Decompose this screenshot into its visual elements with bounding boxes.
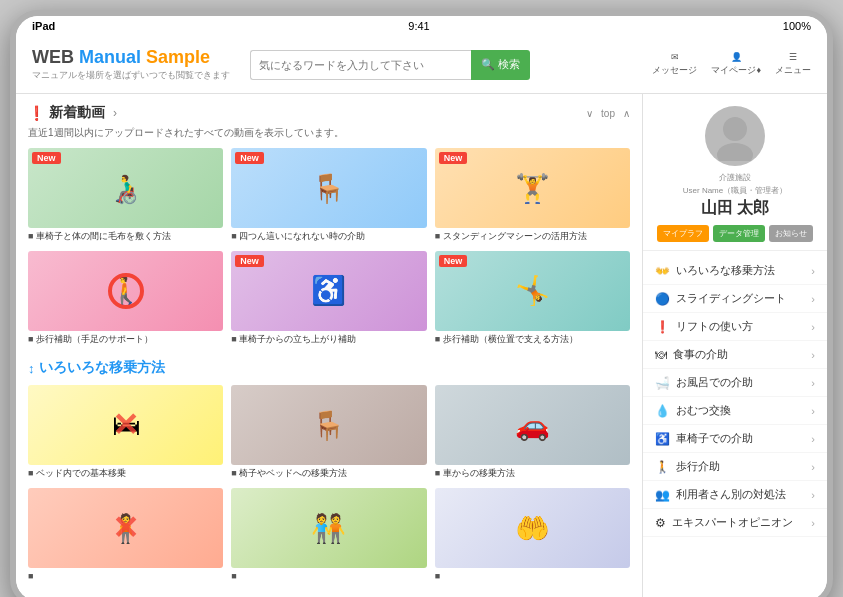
video-thumb-t2: 🪑 [231,385,426,465]
nav-user-specific-chevron: › [811,489,815,501]
nav-transfer-icon: 👐 [655,264,670,278]
user-card: 介護施設 User Name（職員・管理者） 山田 太郎 マイプラフ データ管理… [643,94,827,251]
nav-item-user-specific[interactable]: 👥 利用者さん別の対処法 › [643,481,827,509]
transfer-title-text: いろいろな移乗方法 [39,359,165,377]
video-thumb-v5: New ♿ [231,251,426,331]
thumb-bg-t3: 🚗 [435,385,630,465]
nav-transfer-label: いろいろな移乗方法 [676,263,811,278]
nav-item-meal[interactable]: 🍽 食事の介助 › [643,341,827,369]
nav-user-specific-label: 利用者さん別の対処法 [676,487,811,502]
search-input[interactable] [250,50,471,80]
mypage-icon-btn[interactable]: 👤 マイページ♦ [711,52,761,77]
user-role: 介護施設 [719,172,751,183]
video-caption-v1: 車椅子と体の間に毛布を敷く方法 [28,231,223,243]
new-videos-grid: New 👨‍🦽 車椅子と体の間に毛布を敷く方法 New 🪑 四つん這いになれない… [28,148,630,345]
user-name: 山田 太郎 [701,198,769,219]
nav-item-walk[interactable]: 🚶 歩行介助 › [643,453,827,481]
video-caption-t4 [28,571,223,583]
video-card-t1[interactable]: ✕ 🛏 ベッド内での基本移乗 [28,385,223,480]
nav-item-transfer[interactable]: 👐 いろいろな移乗方法 › [643,257,827,285]
chevron-up-icon[interactable]: ∧ [623,108,630,119]
nav-sliding-chevron: › [811,293,815,305]
nav-item-bath[interactable]: 🛁 お風呂での介助 › [643,369,827,397]
mypage-label: マイページ♦ [711,64,761,77]
data-button[interactable]: データ管理 [713,225,765,242]
nav-expert-icon: ⚙ [655,516,666,530]
video-caption-t2: 椅子やベッドへの移乗方法 [231,468,426,480]
video-caption-t3: 車からの移乗方法 [435,468,630,480]
nav-diaper-label: おむつ交換 [676,403,811,418]
video-thumb-t3: 🚗 [435,385,630,465]
nav-expert-label: エキスパートオピニオン [672,515,811,530]
video-caption-t1: ベッド内での基本移乗 [28,468,223,480]
nav-item-sliding[interactable]: 🔵 スライディングシート › [643,285,827,313]
notice-button[interactable]: お知らせ [769,225,813,242]
video-caption-t5 [231,571,426,583]
status-bar: iPad 9:41 100% [16,16,827,36]
svg-point-0 [723,117,747,141]
video-caption-v2: 四つん這いになれない時の介助 [231,231,426,243]
new-videos-section-header: ❗ 新着動画 › ∨ top ∧ [28,104,630,122]
nav-item-lift[interactable]: ❗ リフトの使い方 › [643,313,827,341]
nav-item-diaper[interactable]: 💧 おむつ交換 › [643,397,827,425]
nav-sliding-icon: 🔵 [655,292,670,306]
message-icon: ✉ [671,52,679,62]
video-caption-v3: スタンディングマシーンの活用方法 [435,231,630,243]
chevron-down-icon[interactable]: ∨ [586,108,593,119]
thumb-bg-t2: 🪑 [231,385,426,465]
nav-bath-chevron: › [811,377,815,389]
right-sidebar: 介護施設 User Name（職員・管理者） 山田 太郎 マイプラフ データ管理… [642,94,827,597]
x-overlay-t1: ✕ [112,406,139,444]
new-videos-title: 新着動画 [49,104,105,122]
video-card-v3[interactable]: New 🏋️ スタンディングマシーンの活用方法 [435,148,630,243]
video-thumb-v2: New 🪑 [231,148,426,228]
ipad-frame: iPad 9:41 100% WEB Manual Sample マニュアルを場… [10,10,833,597]
video-caption-v4: 歩行補助（手足のサポート） [28,334,223,346]
menu-icon-btn[interactable]: ☰ メニュー [775,52,811,77]
header: WEB Manual Sample マニュアルを場所を選ばずいつでも閲覧できます… [16,36,827,94]
search-area: 🔍 検索 [250,50,530,80]
video-card-v6[interactable]: New 🤸 歩行補助（横位置で支える方法） [435,251,630,346]
section-arrow[interactable]: › [113,106,117,120]
mypage-icon: 👤 [731,52,742,62]
thumb-bg-t6: 🤲 [435,488,630,568]
video-thumb-t1: ✕ 🛏 [28,385,223,465]
message-icon-btn[interactable]: ✉ メッセージ [652,52,697,77]
video-thumb-t4: ✕ 🧍 [28,488,223,568]
nav-transfer-chevron: › [811,265,815,277]
logo-area: WEB Manual Sample マニュアルを場所を選ばずいつでも閲覧できます [32,47,230,82]
logo-sample: Sample [146,47,210,67]
video-card-t5[interactable]: 🧑‍🤝‍🧑 [231,488,426,583]
nav-item-wheelchair[interactable]: ♿ 車椅子での介助 › [643,425,827,453]
status-time: 9:41 [408,20,429,32]
video-thumb-t6: 🤲 [435,488,630,568]
video-card-t6[interactable]: 🤲 [435,488,630,583]
thumb-bg-t5: 🧑‍🤝‍🧑 [231,488,426,568]
top-label[interactable]: top [601,108,615,119]
nav-item-expert[interactable]: ⚙ エキスパートオピニオン › [643,509,827,537]
new-badge-v6: New [439,255,468,267]
video-card-t4[interactable]: ✕ 🧍 [28,488,223,583]
video-thumb-v1: New 👨‍🦽 [28,148,223,228]
nav-user-specific-icon: 👥 [655,488,670,502]
video-card-v5[interactable]: New ♿ 車椅子からの立ち上がり補助 [231,251,426,346]
x-overlay-t4: ✕ [112,509,139,547]
video-card-t2[interactable]: 🪑 椅子やベッドへの移乗方法 [231,385,426,480]
video-card-v4[interactable]: 🚶 歩行補助（手足のサポート） [28,251,223,346]
video-caption-v5: 車椅子からの立ち上がり補助 [231,334,426,346]
search-button[interactable]: 🔍 検索 [471,50,530,80]
section-title-left: ❗ 新着動画 › [28,104,117,122]
profile-button[interactable]: マイプラフ [657,225,709,242]
new-badge-v3: New [439,152,468,164]
video-card-t3[interactable]: 🚗 車からの移乗方法 [435,385,630,480]
video-card-v2[interactable]: New 🪑 四つん這いになれない時の介助 [231,148,426,243]
video-card-v1[interactable]: New 👨‍🦽 車椅子と体の間に毛布を敷く方法 [28,148,223,243]
logo-manual: Manual [79,47,146,67]
nav-lift-chevron: › [811,321,815,333]
circle-overlay-v4 [108,273,144,309]
transfer-section-icon: ↕ [28,361,35,376]
user-role-detail: User Name（職員・管理者） [683,185,787,196]
video-caption-t6 [435,571,630,583]
svg-point-1 [717,143,753,161]
nav-walk-label: 歩行介助 [676,459,811,474]
